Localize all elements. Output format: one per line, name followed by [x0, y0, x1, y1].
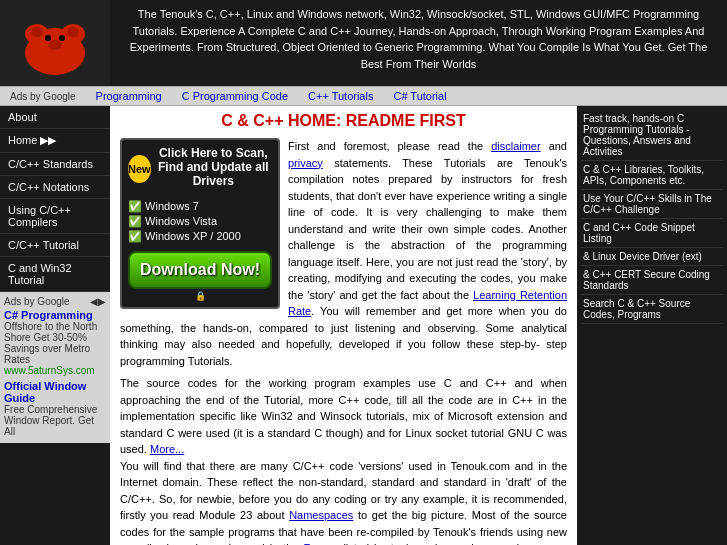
- right-link-challenge[interactable]: Use Your C/C++ Skills in The C/C++ Chall…: [581, 190, 723, 219]
- page-title: C & C++ HOME: README FIRST: [120, 112, 567, 130]
- sidebar-item-tutorial[interactable]: C/C++ Tutorial: [0, 234, 110, 257]
- sidebar-ads-label: Ads by Google ◀▶: [4, 296, 106, 307]
- adbar-link-c-programming[interactable]: C Programming Code: [182, 90, 288, 102]
- sidebar-item-compilers[interactable]: Using C/C++ Compilers: [0, 199, 110, 234]
- check-item-win7: ✅ Windows 7: [128, 200, 272, 213]
- namespaces-link[interactable]: Namespaces: [289, 509, 353, 521]
- adbar-link-programming[interactable]: Programming: [96, 90, 162, 102]
- new-badge: New: [128, 155, 151, 183]
- sidebar-ads: Ads by Google ◀▶ C# Programming Offshore…: [0, 292, 110, 443]
- ad-bar: Ads by Google Programming C Programming …: [0, 86, 727, 106]
- learning-retention-link[interactable]: Learning Retention Rate: [288, 289, 567, 318]
- svg-point-7: [31, 27, 43, 37]
- right-link-cert[interactable]: & C++ CERT Secure Coding Standards: [581, 266, 723, 295]
- main-layout: About Home ▶▶ C/C++ Standards C/C++ Nota…: [0, 106, 727, 545]
- sidebar-ad-block-2: Official Window Guide Free Comprehensive…: [4, 378, 106, 439]
- adbar-link-cpp[interactable]: C++ Tutorials: [308, 90, 373, 102]
- ads-by-label: Ads by Google: [10, 91, 76, 102]
- right-link-fast-track[interactable]: Fast track, hands-on C Programming Tutor…: [581, 110, 723, 161]
- privacy-link[interactable]: privacy: [288, 157, 323, 169]
- right-link-snippets[interactable]: C and C++ Code Snippet Listing: [581, 219, 723, 248]
- svg-point-8: [67, 27, 79, 37]
- bear-logo-icon: [15, 8, 95, 78]
- sidebar-item-about[interactable]: About: [0, 106, 110, 129]
- svg-point-5: [59, 35, 65, 41]
- sidebar-item-notations[interactable]: C/C++ Notations: [0, 176, 110, 199]
- svg-point-6: [48, 40, 62, 50]
- right-sidebar: Fast track, hands-on C Programming Tutor…: [577, 106, 727, 545]
- download-now-button[interactable]: Download Now!: [128, 251, 272, 289]
- right-link-search[interactable]: Search C & C++ Source Codes, Programs: [581, 295, 723, 324]
- left-sidebar: About Home ▶▶ C/C++ Standards C/C++ Nota…: [0, 106, 110, 545]
- sidebar-item-win32[interactable]: C and Win32 Tutorial: [0, 257, 110, 292]
- ad-icon-hint: 🔒: [128, 291, 272, 301]
- header: The Tenouk's C, C++, Linux and Windows n…: [0, 0, 727, 86]
- sidebar-ad-block-1: C# Programming Offshore to the North Sho…: [4, 307, 106, 378]
- svg-point-4: [45, 35, 51, 41]
- right-link-libraries[interactable]: C & C++ Libraries, Toolkits, APIs, Compo…: [581, 161, 723, 190]
- header-description: The Tenouk's C, C++, Linux and Windows n…: [130, 8, 708, 70]
- more-link-1[interactable]: More...: [150, 443, 184, 455]
- check-item-vista: ✅ Windows Vista: [128, 215, 272, 228]
- disclaimer-link[interactable]: disclaimer: [491, 140, 541, 152]
- adbar-link-csharp[interactable]: C# Tutorial: [393, 90, 446, 102]
- sidebar-item-home[interactable]: Home ▶▶: [0, 129, 110, 153]
- sidebar-item-standards[interactable]: C/C++ Standards: [0, 153, 110, 176]
- ad-box-title: Click Here to Scan, Find and Update all …: [155, 146, 272, 188]
- check-item-xp: ✅ Windows XP / 2000: [128, 230, 272, 243]
- right-link-linux-driver[interactable]: & Linux Device Driver (ext): [581, 248, 723, 266]
- driver-ad-box: New Click Here to Scan, Find and Update …: [120, 138, 280, 309]
- source-text: The source codes for the working program…: [120, 375, 567, 545]
- center-content: C & C++ HOME: README FIRST New Click Her…: [110, 106, 577, 545]
- header-text: The Tenouk's C, C++, Linux and Windows n…: [110, 0, 727, 86]
- logo: [0, 0, 110, 86]
